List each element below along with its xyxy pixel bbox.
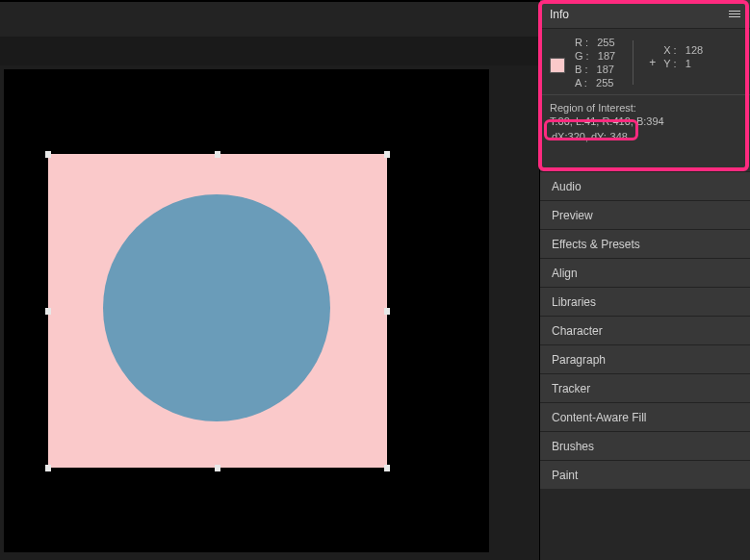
- panel-tab-paint[interactable]: Paint: [540, 460, 750, 489]
- collapsed-panel-list: Audio Preview Effects & Presets Align Li…: [540, 171, 750, 489]
- transform-handle-br[interactable]: [384, 465, 390, 471]
- app-toolbar: [0, 0, 539, 37]
- panel-tab-effects-presets[interactable]: Effects & Presets: [540, 229, 750, 258]
- panel-tab-align[interactable]: Align: [540, 258, 750, 287]
- tab-strip: [0, 37, 539, 65]
- panel-tab-audio[interactable]: Audio: [540, 171, 750, 200]
- transform-handle-bc[interactable]: [215, 465, 220, 471]
- panel-tab-brushes[interactable]: Brushes: [540, 431, 750, 460]
- panel-menu-icon[interactable]: [729, 11, 740, 17]
- rgba-readout: R : 255 G : 187 B : 187 A : 255: [575, 36, 615, 89]
- transform-handle-tr[interactable]: [384, 151, 390, 158]
- panel-tab-label: Libraries: [552, 295, 596, 309]
- roi-bounds: T:00, L:41, R:410, B:394: [550, 115, 740, 128]
- value-r: R : 255: [575, 36, 615, 49]
- transform-handle-bl[interactable]: [45, 465, 51, 471]
- panel-tab-label: Brushes: [552, 440, 594, 453]
- panel-tab-label: Audio: [552, 180, 582, 193]
- info-panel-header[interactable]: Info: [540, 0, 750, 29]
- transform-handle-tc[interactable]: [215, 151, 220, 158]
- roi-delta: dX:320, dY:-348: [550, 130, 630, 143]
- panel-tab-label: Preview: [552, 209, 593, 222]
- transform-handle-tl[interactable]: [45, 151, 51, 158]
- panel-tab-tracker[interactable]: Tracker: [540, 373, 750, 402]
- value-g: G : 187: [575, 49, 615, 63]
- crosshair-icon: +: [649, 56, 656, 69]
- roi-label: Region of Interest:: [550, 101, 740, 115]
- value-a: A : 255: [575, 76, 615, 89]
- right-panel-dock: Info R : 255 G : 187 B : 187 A : 255 + X…: [539, 0, 750, 560]
- transform-handle-ml[interactable]: [45, 308, 51, 315]
- info-panel: Info R : 255 G : 187 B : 187 A : 255 + X…: [540, 0, 750, 171]
- info-panel-title: Info: [550, 8, 569, 21]
- panel-tab-preview[interactable]: Preview: [540, 200, 750, 229]
- panel-tab-libraries[interactable]: Libraries: [540, 287, 750, 316]
- panel-tab-label: Paragraph: [552, 353, 606, 367]
- value-y: Y : 1: [663, 57, 703, 70]
- transform-handle-mr[interactable]: [384, 308, 390, 315]
- panel-tab-label: Character: [552, 324, 603, 338]
- value-x: X : 128: [663, 43, 703, 57]
- panel-tab-label: Paint: [552, 469, 578, 482]
- divider: [633, 40, 634, 85]
- panel-tab-content-aware-fill[interactable]: Content-Aware Fill: [540, 402, 750, 431]
- layer-circle-shape[interactable]: [103, 194, 330, 421]
- panel-tab-character[interactable]: Character: [540, 316, 750, 344]
- panel-tab-label: Tracker: [552, 382, 590, 395]
- panel-tab-label: Effects & Presets: [552, 238, 640, 251]
- panel-tab-label: Align: [552, 267, 578, 280]
- panel-tab-label: Content-Aware Fill: [552, 411, 646, 424]
- composition-viewer[interactable]: [4, 69, 489, 552]
- color-swatch: [550, 58, 565, 73]
- panel-tab-paragraph[interactable]: Paragraph: [540, 344, 750, 373]
- xy-readout: X : 128 Y : 1: [663, 43, 703, 70]
- value-b: B : 187: [575, 63, 615, 76]
